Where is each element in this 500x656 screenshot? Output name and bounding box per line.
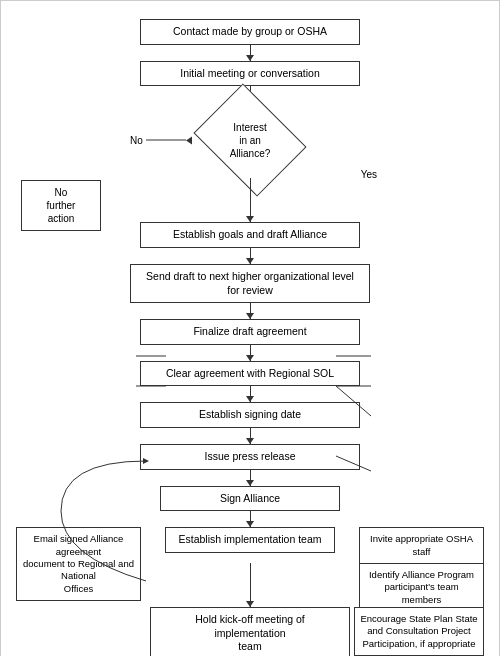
flowchart: Contact made by group or OSHA Initial me… bbox=[11, 11, 489, 656]
sign-section: Sign Alliance bbox=[11, 486, 489, 512]
step-identify: Identify Alliance Programparticipant's t… bbox=[359, 563, 484, 612]
step-finalize: Finalize draft agreement bbox=[140, 319, 360, 345]
step-signing: Establish signing date bbox=[140, 402, 360, 428]
step-goals: Establish goals and draft Alliance bbox=[140, 222, 360, 248]
arrow-10 bbox=[250, 511, 251, 527]
arrow-8 bbox=[250, 428, 251, 444]
step-encourage: Encourage State Plan Stateand Consultati… bbox=[354, 607, 484, 656]
step-contact: Contact made by group or OSHA bbox=[140, 19, 360, 45]
page: Contact made by group or OSHA Initial me… bbox=[0, 0, 500, 656]
spacer-right1 bbox=[11, 553, 489, 563]
step-no-further: Nofurtheraction bbox=[21, 180, 101, 231]
arrow-5 bbox=[250, 303, 251, 319]
arrow-4 bbox=[250, 248, 251, 264]
step-kickoff: Hold kick-off meeting of implementationt… bbox=[150, 607, 350, 656]
kickoff-section: Hold kick-off meeting of implementationt… bbox=[11, 607, 489, 656]
arrow-7 bbox=[250, 386, 251, 402]
no-action-row: Nofurtheraction bbox=[11, 178, 489, 222]
no-label: No bbox=[130, 135, 143, 146]
identify-row: Identify Alliance Programparticipant's t… bbox=[11, 563, 489, 607]
step-meeting: Initial meeting or conversation bbox=[140, 61, 360, 87]
arrow-1 bbox=[250, 45, 251, 61]
arrow-6 bbox=[250, 345, 251, 361]
step-sign: Sign Alliance bbox=[160, 486, 340, 512]
step-impl-team: Establish implementation team bbox=[165, 527, 335, 553]
diamond-container: Interestin anAlliance? No Yes bbox=[11, 102, 489, 178]
impl-section: Email signed Alliance agreementdocument … bbox=[11, 527, 489, 553]
arrow-9 bbox=[250, 470, 251, 486]
step-press: Issue press release bbox=[140, 444, 360, 470]
step-send-draft: Send draft to next higher organizational… bbox=[130, 264, 370, 303]
step-clear: Clear agreement with Regional SOL bbox=[140, 361, 360, 387]
